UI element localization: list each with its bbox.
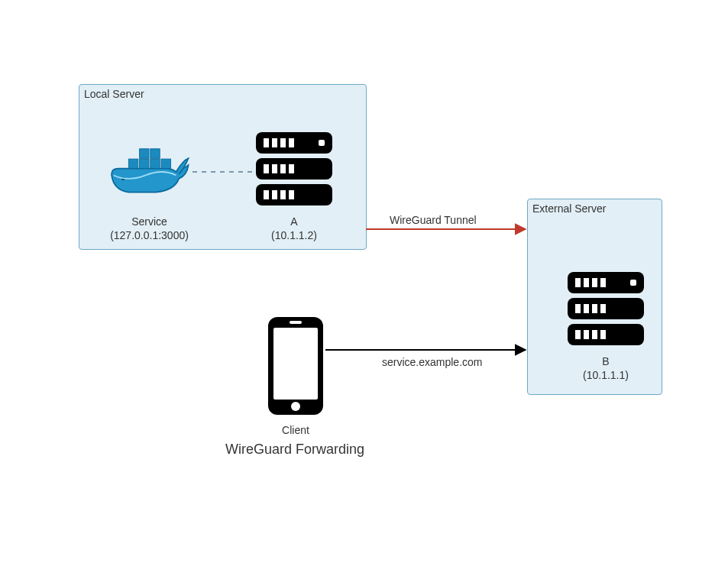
svg-rect-6	[150, 149, 160, 158]
http-label: service.example.com	[382, 356, 483, 368]
docker-icon	[107, 141, 191, 202]
server-rack-b-icon	[568, 272, 644, 350]
svg-rect-4	[161, 159, 170, 168]
svg-rect-3	[150, 159, 160, 168]
svg-rect-1	[128, 159, 138, 168]
service-addr: (127.0.0.1:3000)	[110, 229, 189, 241]
local-server-title: Local Server	[84, 88, 144, 100]
node-a-label: A (10.1.1.2)	[260, 215, 328, 242]
svg-rect-2	[140, 159, 149, 168]
node-b-name: B	[602, 355, 609, 367]
client-label: Client	[273, 424, 319, 438]
service-name: Service	[131, 215, 167, 228]
node-b-label: B (10.1.1.1)	[571, 355, 640, 382]
phone-icon	[268, 317, 323, 415]
service-label: Service (127.0.0.1:3000)	[102, 215, 197, 242]
tunnel-label: WireGuard Tunnel	[390, 214, 477, 226]
svg-rect-5	[140, 149, 149, 158]
node-a-name: A	[290, 215, 297, 228]
diagram-title: WireGuard Forwarding	[225, 442, 364, 458]
node-b-addr: (10.1.1.1)	[583, 369, 629, 381]
external-server-title: External Server	[532, 202, 606, 215]
node-a-addr: (10.1.1.2)	[271, 229, 317, 241]
server-rack-a-icon	[256, 132, 332, 210]
